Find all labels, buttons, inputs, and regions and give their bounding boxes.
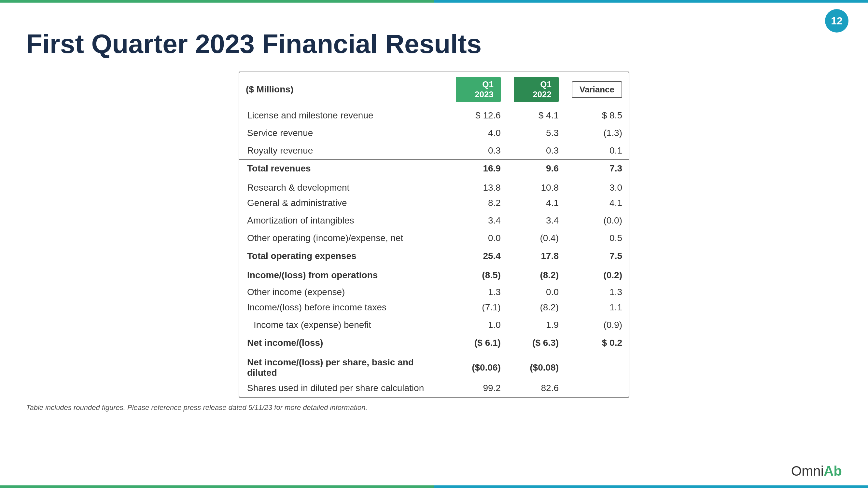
row-q1-2023: 13.8 bbox=[449, 177, 507, 194]
row-variance bbox=[565, 379, 629, 397]
header-q1-2023-cell: Q1 2023 bbox=[449, 72, 507, 107]
row-q1-2022: $ 4.1 bbox=[507, 107, 565, 124]
row-label: Royalty revenue bbox=[239, 142, 449, 160]
row-q1-2023: (7.1) bbox=[449, 299, 507, 316]
row-q1-2023: $ 12.6 bbox=[449, 107, 507, 124]
table-row: Other operating (income)/expense, net0.0… bbox=[239, 229, 629, 247]
row-q1-2023: 25.4 bbox=[449, 247, 507, 265]
row-q1-2022: ($0.08) bbox=[507, 352, 565, 380]
table-row: Income/(loss) from operations(8.5)(8.2)(… bbox=[239, 265, 629, 282]
row-label: License and milestone revenue bbox=[239, 107, 449, 124]
row-q1-2022: ($ 6.3) bbox=[507, 334, 565, 352]
row-label: Research & development bbox=[239, 177, 449, 194]
row-variance: (0.2) bbox=[565, 265, 629, 282]
footer-note: Table includes rounded figures. Please r… bbox=[26, 403, 842, 412]
millions-label: ($ Millions) bbox=[246, 84, 293, 94]
logo-ab-text: Ab bbox=[824, 463, 842, 479]
page-title: First Quarter 2023 Financial Results bbox=[26, 29, 842, 59]
row-label: Income/(loss) from operations bbox=[239, 265, 449, 282]
logo-omni-text: Omni bbox=[791, 463, 824, 479]
table-header-row: ($ Millions) Q1 2023 Q1 2022 Variance bbox=[239, 72, 629, 107]
row-variance: (0.0) bbox=[565, 212, 629, 229]
table-row: Total revenues16.99.67.3 bbox=[239, 160, 629, 177]
row-variance: (0.9) bbox=[565, 316, 629, 334]
table-row: Amortization of intangibles3.43.4(0.0) bbox=[239, 212, 629, 229]
table-row: Net income/(loss) per share, basic and d… bbox=[239, 352, 629, 380]
row-q1-2023: 1.3 bbox=[449, 282, 507, 299]
table-row: Income/(loss) before income taxes(7.1)(8… bbox=[239, 299, 629, 316]
row-q1-2023: 4.0 bbox=[449, 124, 507, 142]
row-q1-2023: ($ 6.1) bbox=[449, 334, 507, 352]
row-variance: $ 8.5 bbox=[565, 107, 629, 124]
row-label: General & administrative bbox=[239, 194, 449, 212]
q1-2023-badge: Q1 2023 bbox=[456, 77, 501, 102]
row-q1-2022: 1.9 bbox=[507, 316, 565, 334]
header-variance-cell: Variance bbox=[565, 72, 629, 107]
row-q1-2022: (0.4) bbox=[507, 229, 565, 247]
row-q1-2022: 17.8 bbox=[507, 247, 565, 265]
row-variance: (1.3) bbox=[565, 124, 629, 142]
row-variance: 7.3 bbox=[565, 160, 629, 177]
row-variance: $ 0.2 bbox=[565, 334, 629, 352]
row-label: Income/(loss) before income taxes bbox=[239, 299, 449, 316]
page-container: 12 First Quarter 2023 Financial Results … bbox=[0, 0, 868, 488]
row-label: Other operating (income)/expense, net bbox=[239, 229, 449, 247]
row-q1-2022: 0.3 bbox=[507, 142, 565, 160]
row-q1-2022: 9.6 bbox=[507, 160, 565, 177]
row-q1-2022: (8.2) bbox=[507, 299, 565, 316]
row-variance: 1.1 bbox=[565, 299, 629, 316]
row-q1-2023: 0.3 bbox=[449, 142, 507, 160]
row-q1-2023: 1.0 bbox=[449, 316, 507, 334]
q1-2022-badge: Q1 2022 bbox=[514, 77, 559, 102]
table-row: Total operating expenses25.417.87.5 bbox=[239, 247, 629, 265]
page-number-badge: 12 bbox=[825, 9, 848, 33]
table-row: Net income/(loss)($ 6.1)($ 6.3)$ 0.2 bbox=[239, 334, 629, 352]
row-q1-2023: 8.2 bbox=[449, 194, 507, 212]
row-variance: 0.1 bbox=[565, 142, 629, 160]
table-row: General & administrative8.24.14.1 bbox=[239, 194, 629, 212]
row-q1-2022: (8.2) bbox=[507, 265, 565, 282]
table-row: Income tax (expense) benefit1.01.9(0.9) bbox=[239, 316, 629, 334]
row-label: Net income/(loss) per share, basic and d… bbox=[239, 352, 449, 380]
row-q1-2022: 5.3 bbox=[507, 124, 565, 142]
header-label-cell: ($ Millions) bbox=[239, 72, 449, 107]
table-body: License and milestone revenue$ 12.6$ 4.1… bbox=[239, 107, 629, 397]
row-label: Income tax (expense) benefit bbox=[239, 316, 449, 334]
row-q1-2022: 3.4 bbox=[507, 212, 565, 229]
omniab-logo: OmniAb bbox=[791, 463, 842, 479]
bottom-bar-decoration bbox=[0, 485, 868, 488]
row-variance: 1.3 bbox=[565, 282, 629, 299]
row-variance: 0.5 bbox=[565, 229, 629, 247]
row-q1-2023: 99.2 bbox=[449, 379, 507, 397]
row-q1-2023: 3.4 bbox=[449, 212, 507, 229]
row-variance: 7.5 bbox=[565, 247, 629, 265]
top-bar-decoration bbox=[0, 0, 868, 3]
row-variance bbox=[565, 352, 629, 380]
row-label: Total operating expenses bbox=[239, 247, 449, 265]
row-q1-2023: 16.9 bbox=[449, 160, 507, 177]
row-q1-2023: 0.0 bbox=[449, 229, 507, 247]
row-q1-2022: 82.6 bbox=[507, 379, 565, 397]
row-label: Other income (expense) bbox=[239, 282, 449, 299]
row-q1-2022: 10.8 bbox=[507, 177, 565, 194]
table-row: Service revenue4.05.3(1.3) bbox=[239, 124, 629, 142]
row-q1-2023: (8.5) bbox=[449, 265, 507, 282]
page-number-text: 12 bbox=[831, 15, 843, 27]
variance-badge: Variance bbox=[572, 82, 622, 98]
row-variance: 3.0 bbox=[565, 177, 629, 194]
row-label: Shares used in diluted per share calcula… bbox=[239, 379, 449, 397]
row-q1-2022: 0.0 bbox=[507, 282, 565, 299]
table-row: Research & development13.810.83.0 bbox=[239, 177, 629, 194]
row-label: Net income/(loss) bbox=[239, 334, 449, 352]
financial-table-container: ($ Millions) Q1 2023 Q1 2022 Variance Li… bbox=[239, 72, 629, 397]
table-row: License and milestone revenue$ 12.6$ 4.1… bbox=[239, 107, 629, 124]
table-row: Other income (expense)1.30.01.3 bbox=[239, 282, 629, 299]
table-row: Royalty revenue0.30.30.1 bbox=[239, 142, 629, 160]
row-label: Amortization of intangibles bbox=[239, 212, 449, 229]
logo-container: OmniAb bbox=[791, 463, 842, 479]
row-label: Service revenue bbox=[239, 124, 449, 142]
header-q1-2022-cell: Q1 2022 bbox=[507, 72, 565, 107]
row-q1-2022: 4.1 bbox=[507, 194, 565, 212]
table-row: Shares used in diluted per share calcula… bbox=[239, 379, 629, 397]
row-variance: 4.1 bbox=[565, 194, 629, 212]
